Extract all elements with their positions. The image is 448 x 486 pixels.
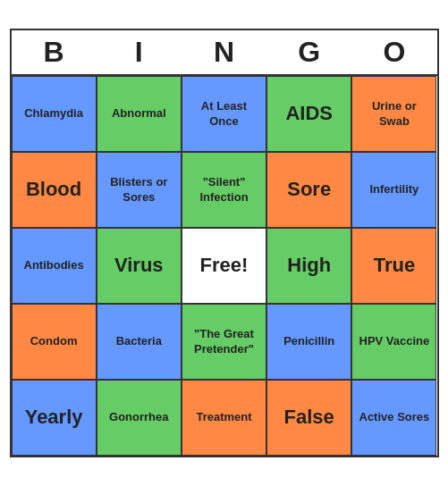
bingo-cell-18[interactable]: Penicillin	[266, 304, 351, 380]
header-i: I	[97, 30, 182, 74]
bingo-card: B I N G O ChlamydiaAbnormalAt Least Once…	[10, 29, 439, 457]
header-n: N	[182, 30, 266, 74]
bingo-cell-16[interactable]: Bacteria	[97, 304, 182, 380]
bingo-cell-9[interactable]: Infertility	[351, 152, 436, 228]
header-g: G	[266, 30, 351, 74]
bingo-cell-4[interactable]: Urine or Swab	[351, 76, 436, 152]
bingo-cell-5[interactable]: Blood	[12, 152, 97, 228]
bingo-cell-20[interactable]: Yearly	[12, 380, 97, 456]
bingo-cell-14[interactable]: True	[351, 228, 436, 304]
bingo-cell-13[interactable]: High	[266, 228, 351, 304]
bingo-cell-15[interactable]: Condom	[12, 304, 97, 380]
bingo-cell-2[interactable]: At Least Once	[182, 76, 266, 152]
bingo-cell-7[interactable]: "Silent" Infection	[182, 152, 266, 228]
bingo-cell-0[interactable]: Chlamydia	[12, 76, 97, 152]
bingo-cell-17[interactable]: "The Great Pretender"	[182, 304, 266, 380]
bingo-cell-21[interactable]: Gonorrhea	[97, 380, 182, 456]
header-o: O	[351, 30, 436, 74]
bingo-cell-12[interactable]: Free!	[182, 228, 266, 304]
bingo-cell-6[interactable]: Blisters or Sores	[97, 152, 182, 228]
header-b: B	[12, 30, 97, 74]
bingo-cell-22[interactable]: Treatment	[182, 380, 266, 456]
bingo-cell-11[interactable]: Virus	[97, 228, 182, 304]
bingo-cell-24[interactable]: Active Sores	[351, 380, 436, 456]
bingo-cell-3[interactable]: AIDS	[266, 76, 351, 152]
bingo-header: B I N G O	[12, 30, 437, 74]
bingo-cell-23[interactable]: False	[266, 380, 351, 456]
bingo-grid: ChlamydiaAbnormalAt Least OnceAIDSUrine …	[12, 74, 437, 456]
bingo-cell-19[interactable]: HPV Vaccine	[351, 304, 436, 380]
bingo-cell-8[interactable]: Sore	[266, 152, 351, 228]
bingo-cell-10[interactable]: Antibodies	[12, 228, 97, 304]
bingo-cell-1[interactable]: Abnormal	[97, 76, 182, 152]
